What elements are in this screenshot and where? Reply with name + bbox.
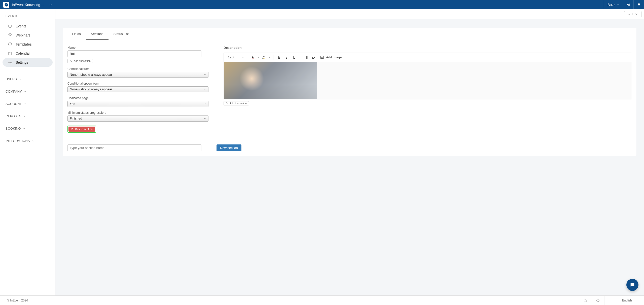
rich-text-editor: 12pt (224, 53, 632, 99)
chevron-down-icon (204, 88, 206, 91)
dedicated-page-select[interactable]: Yes (67, 101, 208, 107)
conditional-option-from-label: Conditional option from: (67, 82, 208, 85)
notifications-icon[interactable] (633, 0, 644, 9)
chevron-down-icon (49, 3, 52, 6)
tab-fields[interactable]: Fields (67, 28, 86, 40)
dedicated-page-label: Dedicated page: (67, 96, 208, 100)
underline-button[interactable] (291, 54, 298, 61)
name-input[interactable] (67, 50, 201, 57)
add-translation-button[interactable]: Add translation (67, 59, 93, 63)
chevron-down-icon (204, 103, 206, 105)
tab-status-list[interactable]: Status List (109, 28, 134, 40)
italic-button[interactable] (283, 54, 290, 61)
sidebar-item-calendar[interactable]: Calendar (3, 49, 53, 58)
description-label: Description (224, 46, 632, 50)
sidebar-item-label: Templates (16, 42, 32, 46)
chevron-down-icon (204, 73, 206, 76)
editor-content[interactable] (224, 62, 632, 99)
link-button[interactable] (310, 54, 317, 61)
add-image-button[interactable]: Add image (318, 55, 344, 60)
check-icon (627, 13, 631, 16)
add-translation-description-button[interactable]: Add translation (224, 101, 249, 105)
chevron-down-icon (242, 56, 244, 59)
chevron-down-icon (24, 90, 26, 93)
svg-rect-9 (263, 58, 265, 59)
font-size-select[interactable]: 12pt (226, 55, 248, 60)
chevron-down-icon (23, 115, 26, 118)
copyright: ® InEvent 2024 (7, 299, 28, 302)
translate-icon (70, 60, 72, 62)
announcements-icon[interactable] (623, 0, 633, 9)
translate-icon (226, 102, 228, 104)
svg-rect-1 (9, 25, 12, 27)
sidebar: EVENTS Events Webinars Templates Calenda… (0, 9, 55, 295)
trash-icon (71, 128, 74, 130)
min-status-label: Minimum status progression: (67, 111, 208, 115)
delete-section-button[interactable]: Delete section (68, 127, 95, 132)
chat-fab[interactable] (626, 279, 638, 291)
sidebar-item-label: Webinars (16, 33, 30, 37)
svg-point-10 (305, 56, 305, 57)
gear-icon (8, 60, 12, 64)
delete-section-highlight: Delete section (67, 126, 96, 133)
help-icon[interactable] (592, 296, 604, 305)
sidebar-item-settings[interactable]: Settings (3, 58, 53, 67)
language-selector[interactable]: English (617, 299, 637, 302)
bold-button[interactable] (276, 54, 282, 61)
monitor-icon (8, 24, 12, 28)
svg-rect-8 (252, 58, 254, 59)
sidebar-group-integrations[interactable]: INTEGRATIONS (0, 135, 55, 146)
brand-switcher[interactable]: InEvent Knowledge ... (0, 2, 55, 8)
brand-title: InEvent Knowledge ... (12, 3, 45, 7)
conditional-option-from-select[interactable]: None - should always appear (67, 86, 208, 92)
chat-icon (630, 282, 635, 288)
chevron-down-icon (32, 140, 34, 142)
svg-point-2 (10, 35, 11, 36)
svg-point-5 (11, 44, 11, 44)
sidebar-section-title: EVENTS (0, 14, 55, 21)
description-image (224, 62, 317, 99)
sidebar-group-company[interactable]: COMPANY (0, 86, 55, 97)
sidebar-group-reports[interactable]: REPORTS (0, 111, 55, 122)
text-color-button[interactable] (249, 54, 256, 61)
svg-point-7 (10, 62, 11, 63)
sidebar-item-webinars[interactable]: Webinars (3, 31, 53, 40)
sidebar-group-users[interactable]: USERS (0, 74, 55, 85)
new-section-button[interactable]: New section (217, 144, 241, 151)
new-section-name-input[interactable] (67, 144, 201, 151)
sidebar-item-templates[interactable]: Templates (3, 40, 53, 49)
chevron-down-icon (24, 103, 26, 105)
sidebar-item-events[interactable]: Events (3, 22, 53, 30)
chevron-down-icon (23, 127, 25, 130)
chevron-down-icon[interactable] (257, 56, 260, 59)
image-icon (320, 55, 324, 59)
home-icon[interactable] (579, 296, 592, 305)
calendar-icon (8, 51, 12, 55)
svg-point-0 (5, 3, 8, 6)
sidebar-group-account[interactable]: ACCOUNT (0, 98, 55, 109)
name-label: Name: (67, 46, 208, 49)
chevron-down-icon (19, 78, 21, 81)
svg-point-4 (10, 43, 10, 44)
user-name: Buzz (607, 3, 615, 7)
bullet-list-button[interactable] (303, 54, 309, 61)
conditional-from-select[interactable]: None - should always appear (67, 72, 208, 78)
broadcast-icon (8, 33, 12, 37)
user-menu[interactable]: Buzz (604, 0, 623, 9)
brand-logo (3, 2, 9, 8)
min-status-select[interactable]: Finished (67, 116, 208, 122)
svg-point-12 (305, 58, 305, 59)
chevron-down-icon (204, 117, 206, 120)
sidebar-item-label: Events (16, 24, 26, 28)
sidebar-group-booking[interactable]: BOOKING (0, 123, 55, 134)
palette-icon (8, 42, 12, 46)
code-icon[interactable] (604, 296, 617, 305)
sidebar-item-label: Calendar (16, 51, 30, 55)
conditional-from-label: Conditional from: (67, 67, 208, 71)
svg-point-11 (305, 57, 305, 58)
chevron-down-icon (617, 4, 619, 6)
tab-sections[interactable]: Sections (86, 28, 109, 40)
chevron-down-icon[interactable] (268, 56, 271, 59)
highlight-color-button[interactable] (261, 54, 267, 61)
end-button[interactable]: End (624, 11, 641, 17)
